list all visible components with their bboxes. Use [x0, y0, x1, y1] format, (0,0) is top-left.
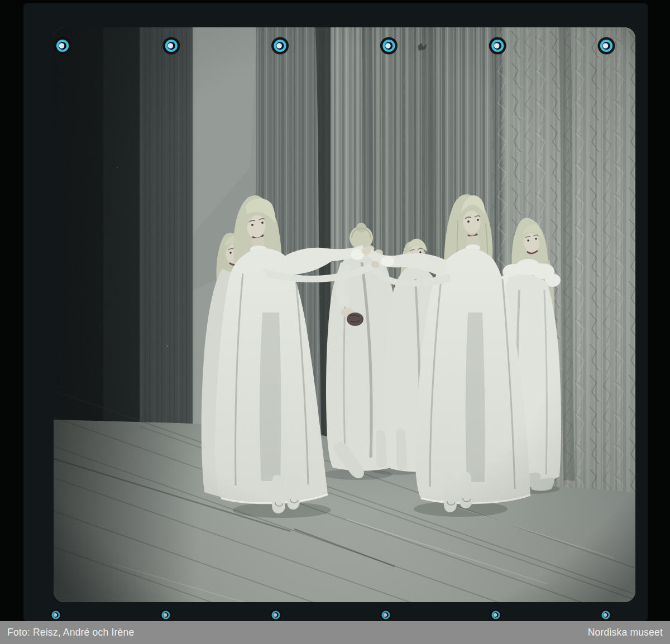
film-perforation-dot	[380, 37, 398, 55]
film-perforation-dot	[598, 37, 615, 55]
film-perforation-dot	[489, 37, 506, 55]
film-perforation-dot	[600, 609, 611, 621]
film-perforation-dot	[162, 37, 180, 55]
film-perforation-dot	[270, 609, 281, 621]
film-perforation-dot	[380, 609, 391, 621]
photo-grain	[54, 27, 635, 602]
film-perforation-dot	[54, 37, 71, 55]
film-perforation-dot	[490, 609, 501, 621]
film-perforation-dot	[271, 37, 289, 55]
film-negative-scan	[0, 0, 670, 644]
photograph	[54, 27, 635, 623]
scanned-film-photo: Foto: Reisz, André och Irène Nordiska mu…	[0, 0, 670, 644]
caption-photographer: Foto: Reisz, André och Irène	[7, 627, 134, 638]
caption-museum: Nordiska museet	[588, 627, 663, 638]
film-perforation-dot	[160, 609, 171, 621]
film-perforation-dot	[50, 609, 61, 621]
caption-bar: Foto: Reisz, André och Irène Nordiska mu…	[0, 621, 670, 644]
